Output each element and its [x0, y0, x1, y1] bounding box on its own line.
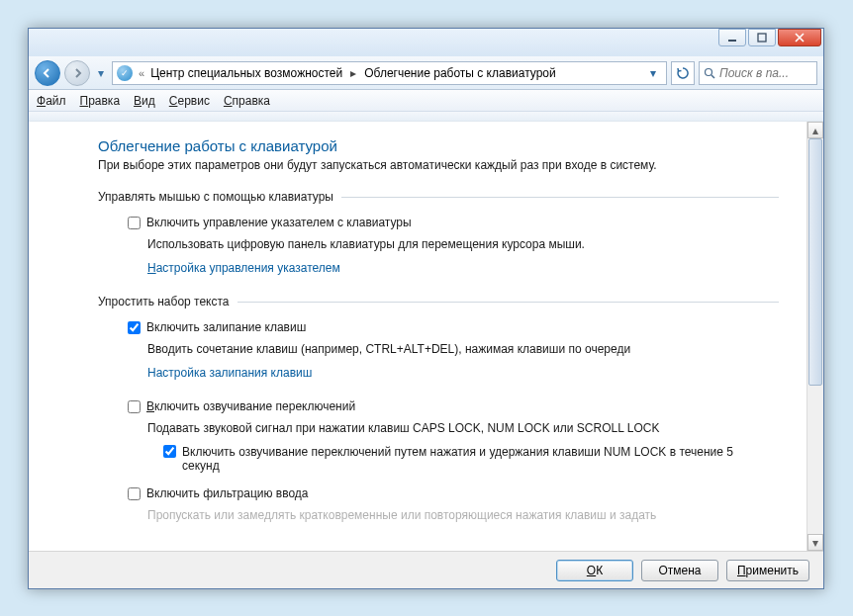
breadcrumb-prefix: «	[139, 67, 144, 79]
menu-help[interactable]: Справка	[224, 94, 270, 108]
checkbox-toggle-keys-hold-label: Включить озвучивание переключений путем …	[182, 445, 736, 473]
control-panel-icon: ✓	[117, 65, 133, 81]
nav-back-button[interactable]	[35, 60, 60, 86]
menu-edit[interactable]: Правка	[80, 94, 121, 108]
menu-view[interactable]: Вид	[134, 94, 155, 108]
window: ▾ ✓ « Центр специальных возможностей ▸ О…	[28, 28, 824, 589]
search-input[interactable]	[719, 66, 808, 80]
toggle-keys-description: Подавать звуковой сигнал при нажатии кла…	[147, 421, 779, 435]
address-bar[interactable]: ✓ « Центр специальных возможностей ▸ Обл…	[112, 61, 667, 85]
checkbox-mouse-keys-label: Включить управление указателем с клавиат…	[146, 216, 412, 229]
checkbox-toggle-keys-hold[interactable]: Включить озвучивание переключений путем …	[163, 445, 779, 473]
link-sticky-keys-settings[interactable]: Настройка залипания клавиш	[147, 366, 779, 380]
menubar: Файл Правка Вид Сервис Справка	[29, 90, 823, 112]
navbar: ▾ ✓ « Центр специальных возможностей ▸ О…	[29, 56, 823, 90]
maximize-button[interactable]	[748, 29, 776, 46]
nav-forward-button[interactable]	[64, 60, 90, 86]
footer: OК Отмена Применить	[29, 551, 823, 588]
close-button[interactable]	[778, 29, 821, 46]
nav-history-dropdown[interactable]: ▾	[94, 63, 108, 83]
svg-rect-1	[758, 34, 766, 42]
cancel-button[interactable]: Отмена	[641, 560, 718, 581]
checkbox-filter-keys-label: Включить фильтрацию ввода	[146, 486, 309, 500]
checkbox-mouse-keys-input[interactable]	[128, 217, 141, 229]
checkbox-toggle-keys-hold-input[interactable]	[163, 445, 176, 458]
breadcrumb-item-2[interactable]: Облегчение работы с клавиатурой	[364, 66, 556, 80]
checkbox-filter-keys[interactable]: Включить фильтрацию ввода	[128, 486, 779, 500]
scroll-down-button[interactable]: ▾	[807, 534, 823, 551]
refresh-button[interactable]	[671, 61, 695, 85]
content-area: Облегчение работы с клавиатурой При выбо…	[29, 122, 806, 551]
search-icon	[704, 67, 715, 79]
menu-file[interactable]: Файл	[37, 94, 66, 108]
checkbox-toggle-keys[interactable]: Включить озвучивание переключений	[128, 399, 779, 413]
section-typing-header: Упростить набор текста	[98, 295, 779, 308]
menu-tools[interactable]: Сервис	[169, 94, 210, 108]
checkbox-sticky-keys-input[interactable]	[128, 321, 141, 334]
scroll-track[interactable]	[807, 138, 823, 534]
link-mouse-keys-settings[interactable]: Настройка управления указателем	[147, 261, 779, 275]
checkbox-toggle-keys-label: Включить озвучивание переключений	[146, 399, 355, 413]
mouse-keys-description: Использовать цифровую панель клавиатуры …	[147, 237, 779, 251]
sticky-keys-description: Вводить сочетание клавиш (например, CTRL…	[147, 342, 779, 356]
search-box[interactable]	[699, 61, 817, 85]
section-mouse-header: Управлять мышью с помощью клавиатуры	[98, 190, 779, 204]
ok-button[interactable]: OК	[556, 560, 633, 581]
filter-keys-description-cut: Пропускать или замедлять кратковременные…	[147, 508, 779, 522]
checkbox-sticky-keys[interactable]: Включить залипание клавиш	[128, 320, 779, 334]
apply-button[interactable]: Применить	[726, 560, 809, 581]
checkbox-sticky-keys-label: Включить залипание клавиш	[146, 320, 306, 334]
scroll-thumb[interactable]	[808, 138, 822, 386]
svg-rect-0	[728, 40, 736, 42]
checkbox-filter-keys-input[interactable]	[128, 487, 141, 500]
breadcrumb-item-1[interactable]: Центр специальных возможностей	[150, 66, 342, 80]
checkbox-mouse-keys[interactable]: Включить управление указателем с клавиат…	[128, 216, 779, 229]
svg-line-3	[711, 75, 714, 78]
page-title: Облегчение работы с клавиатурой	[98, 137, 779, 154]
command-bar	[29, 112, 823, 122]
vertical-scrollbar[interactable]: ▴ ▾	[806, 122, 823, 551]
svg-point-2	[706, 68, 712, 75]
page-description: При выборе этих параметров они будут зап…	[98, 158, 779, 172]
address-dropdown[interactable]: ▾	[644, 62, 662, 84]
minimize-button[interactable]	[718, 29, 746, 46]
titlebar	[29, 29, 823, 56]
scroll-up-button[interactable]: ▴	[807, 122, 823, 138]
checkbox-toggle-keys-input[interactable]	[128, 400, 141, 413]
breadcrumb-chevron-icon[interactable]: ▸	[348, 66, 358, 80]
